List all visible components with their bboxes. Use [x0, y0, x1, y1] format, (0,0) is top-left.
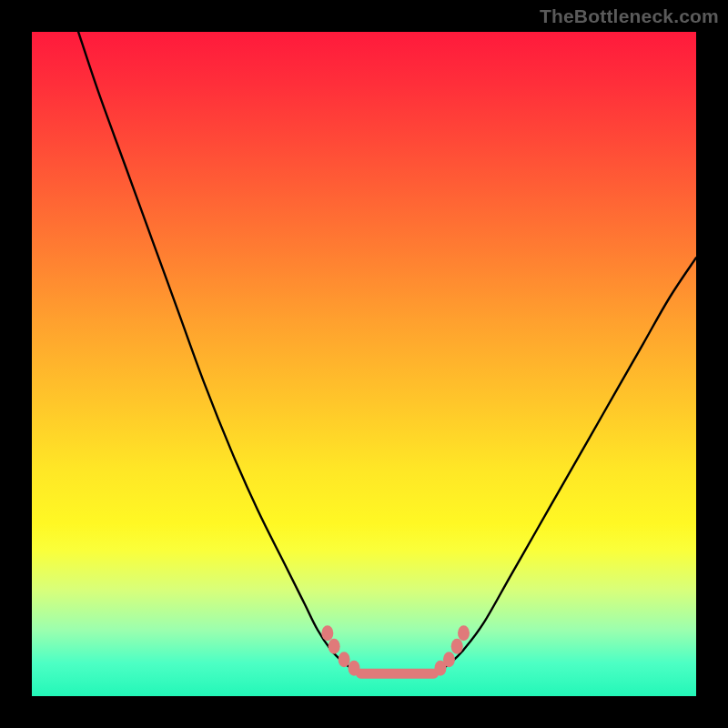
- outer-frame: TheBottleneck.com: [0, 0, 728, 728]
- marker-group: [321, 625, 470, 676]
- bottleneck-curve: [78, 32, 696, 674]
- chart-svg: [32, 32, 696, 696]
- marker-dot: [339, 652, 350, 667]
- marker-dot: [443, 652, 455, 667]
- marker-dot: [321, 625, 333, 641]
- marker-dot: [349, 661, 360, 676]
- watermark-text: TheBottleneck.com: [540, 5, 719, 27]
- curve-left: [78, 32, 354, 670]
- curve-right: [440, 258, 696, 670]
- marker-dot: [329, 639, 340, 654]
- marker-dot: [458, 625, 470, 641]
- plot-area: [32, 32, 696, 696]
- marker-dot: [451, 639, 463, 654]
